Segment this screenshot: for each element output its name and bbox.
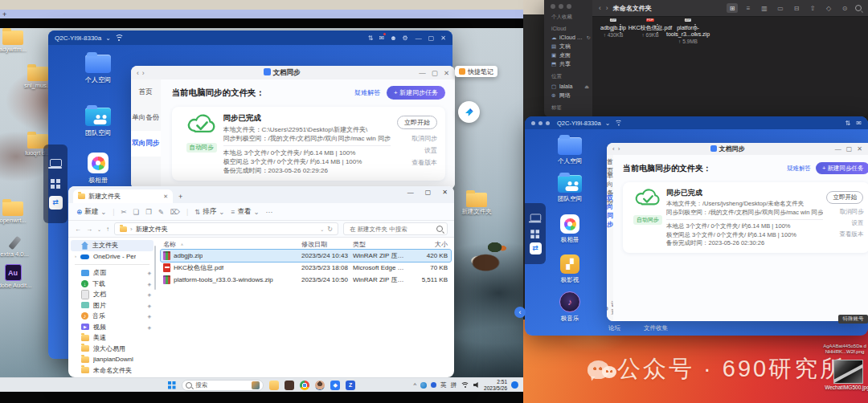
tray-overflow-chevron[interactable]: ^ bbox=[414, 381, 417, 389]
forward-button[interactable]: › bbox=[606, 4, 608, 12]
settings-gear-icon[interactable]: ⚙ bbox=[403, 35, 408, 42]
chevron-down-icon[interactable]: ⌄ bbox=[605, 120, 611, 127]
zoom-button[interactable] bbox=[567, 4, 571, 9]
nav-oneway-backup[interactable]: 单向备份 bbox=[131, 105, 161, 131]
view-versions-link[interactable]: 查看版本 bbox=[391, 158, 437, 167]
sidebar-item-folder[interactable]: 未命名文件夹 bbox=[68, 365, 156, 377]
taskbar-app-blue[interactable]: ◆ bbox=[330, 381, 340, 390]
nav-home[interactable]: 首页 bbox=[131, 79, 161, 105]
view-grid-button[interactable]: ⊞ bbox=[727, 3, 738, 13]
new-tab-button[interactable]: + bbox=[2, 10, 6, 18]
desktop-icon-usb[interactable]: extra 4.0... bbox=[0, 236, 35, 258]
desktop-partial-label[interactable]: 特殊账号 bbox=[838, 315, 868, 324]
rename-icon[interactable]: ✎ bbox=[158, 208, 164, 216]
app-photo-album[interactable]: 极相册 bbox=[74, 153, 122, 185]
cancel-sync-link[interactable]: 取消同步 bbox=[391, 134, 437, 143]
view-columns-button[interactable]: ▥ bbox=[759, 3, 770, 13]
tag-button[interactable]: ◇ bbox=[823, 3, 834, 13]
column-name[interactable]: 名称˄ bbox=[161, 240, 301, 249]
taskbar-store-app[interactable] bbox=[285, 381, 294, 390]
sidebar-item-videos[interactable]: ▶视频◈ bbox=[68, 322, 156, 333]
refresh-icon[interactable]: ↻ bbox=[327, 226, 333, 233]
ime-language-en[interactable]: 英 bbox=[440, 381, 447, 389]
explorer-search-box[interactable] bbox=[343, 222, 448, 235]
column-date[interactable]: 修改日期 bbox=[301, 240, 353, 249]
history-chevron-icon[interactable]: ⌄ bbox=[97, 226, 101, 232]
traffic-lights[interactable] bbox=[544, 4, 592, 9]
sidebar-item-onedrive[interactable]: ›OneDrive - Per bbox=[68, 251, 156, 263]
app-team-space[interactable]: 团队空间 bbox=[547, 175, 592, 203]
apps-grid-icon[interactable] bbox=[51, 179, 55, 183]
collapse-handle[interactable]: ‹ bbox=[514, 307, 526, 318]
back-button[interactable]: ‹ bbox=[599, 4, 601, 12]
message-icon[interactable]: ✉ bbox=[379, 35, 384, 42]
app-movies[interactable]: ▞ 极影视 bbox=[547, 254, 592, 284]
message-icon[interactable]: ✉ bbox=[856, 120, 862, 127]
computer-icon[interactable] bbox=[50, 159, 62, 167]
sidebar-item-music[interactable]: ♪音乐◈ bbox=[68, 311, 156, 322]
app-music[interactable]: ♪ 极音乐 bbox=[547, 291, 592, 323]
minimize-button[interactable]: — bbox=[835, 145, 841, 153]
finder-file[interactable]: ZIP platform-tools_r3...ows.zip ↑ 5.9MB bbox=[665, 23, 710, 44]
taskbar-profile-avatar[interactable] bbox=[315, 381, 325, 390]
new-tab-button[interactable]: + bbox=[178, 193, 182, 201]
back-icon[interactable]: ← bbox=[75, 226, 81, 233]
minimize-button[interactable]: — bbox=[419, 69, 426, 77]
transfer-icon[interactable]: ⇅ bbox=[845, 120, 851, 127]
minimize-button[interactable]: — bbox=[407, 189, 414, 196]
windows-start-button[interactable] bbox=[168, 381, 172, 385]
file-row[interactable]: HKC校色信息.pdf 2023/5/23 18:08 Microsoft Ed… bbox=[161, 262, 451, 274]
back-button[interactable]: ‹ bbox=[137, 69, 139, 77]
taskbar-file-explorer[interactable] bbox=[269, 381, 279, 390]
maximize-button[interactable]: ▢ bbox=[425, 189, 432, 196]
view-versions-link[interactable]: 查看版本 bbox=[823, 230, 863, 238]
transfer-icon[interactable]: ⇅ bbox=[368, 35, 374, 42]
sidebar-item-network[interactable]: ⊛网络 bbox=[544, 91, 592, 100]
nav-twoway-sync[interactable]: 双向同步 bbox=[131, 131, 161, 157]
app-personal-space[interactable]: 个人空间 bbox=[547, 137, 592, 165]
sidebar-item-icloud-drive[interactable]: ☁iCloud …↻ bbox=[544, 33, 592, 42]
settings-link[interactable]: 设置 bbox=[823, 219, 863, 227]
start-now-button[interactable]: 立即开始 bbox=[397, 116, 437, 129]
close-button[interactable]: ✕ bbox=[442, 189, 448, 196]
sidebar-item-folder[interactable]: jianpianDownl bbox=[68, 354, 156, 365]
up-icon[interactable]: ↑ bbox=[106, 226, 109, 233]
nav-settings[interactable]: ⚙设置 bbox=[607, 300, 613, 316]
taskbar-zspace-app[interactable]: Z bbox=[346, 381, 355, 390]
tray-app-icon[interactable] bbox=[431, 382, 436, 388]
chevron-down-icon[interactable]: ⌄ bbox=[105, 35, 111, 42]
maximize-button[interactable]: ▢ bbox=[428, 35, 435, 42]
volume-icon[interactable] bbox=[473, 382, 480, 389]
desktop-icon-folder[interactable]: openwrt... bbox=[0, 202, 34, 224]
column-type[interactable]: 类型 bbox=[353, 240, 407, 249]
sidebar-item-home[interactable]: 主文件夹 bbox=[71, 240, 154, 251]
app-personal-space[interactable]: 个人空间 bbox=[74, 55, 122, 84]
settings-link[interactable]: 设置 bbox=[391, 146, 437, 155]
desktop-icon-folder[interactable]: adywffm... bbox=[0, 31, 34, 53]
minimize-button[interactable] bbox=[559, 4, 563, 9]
wechat-image-label[interactable]: WechatIMG500.jpg bbox=[824, 385, 868, 390]
traffic-lights[interactable] bbox=[531, 120, 553, 127]
view-list-button[interactable]: ≡ bbox=[743, 3, 754, 13]
close-tab-icon[interactable]: ✕ bbox=[163, 193, 168, 200]
close-button[interactable]: ✕ bbox=[440, 35, 446, 42]
close-button[interactable]: ✕ bbox=[444, 69, 449, 77]
view-button[interactable]: ≡查看⌄ bbox=[231, 207, 259, 217]
taskbar-chrome[interactable] bbox=[300, 381, 309, 390]
file-row[interactable]: adbgjb.zip 2023/5/24 10:43 WinRAR ZIP 压缩… bbox=[161, 250, 451, 262]
close-button[interactable]: ✕ bbox=[857, 145, 862, 153]
sort-button[interactable]: ⇅排序⌄ bbox=[194, 207, 224, 217]
desktop-icon-audition[interactable]: AuAdobe Audit... bbox=[0, 264, 34, 289]
sidebar-item-desktop[interactable]: ▣桌面 bbox=[544, 51, 592, 59]
more-options-icon[interactable]: ⋯ bbox=[266, 208, 273, 216]
app-photo-album[interactable]: 极相册 bbox=[547, 214, 592, 244]
close-button[interactable] bbox=[551, 4, 555, 9]
new-sync-task-button[interactable]: + 新建同步任务 bbox=[816, 162, 868, 174]
forward-icon[interactable]: → bbox=[86, 226, 92, 233]
nav-twoway-sync[interactable]: 双向同步 bbox=[607, 200, 613, 222]
device-name[interactable]: Q2C-YI9I-8330a bbox=[55, 35, 101, 42]
breadcrumb[interactable]: › 新建文件夹 ⌄ ↻ bbox=[114, 222, 338, 235]
notification-badge[interactable] bbox=[511, 381, 518, 389]
sidebar-item-downloads[interactable]: ↓下载◈ bbox=[68, 279, 156, 290]
delete-icon[interactable]: ⌦ bbox=[170, 208, 180, 216]
